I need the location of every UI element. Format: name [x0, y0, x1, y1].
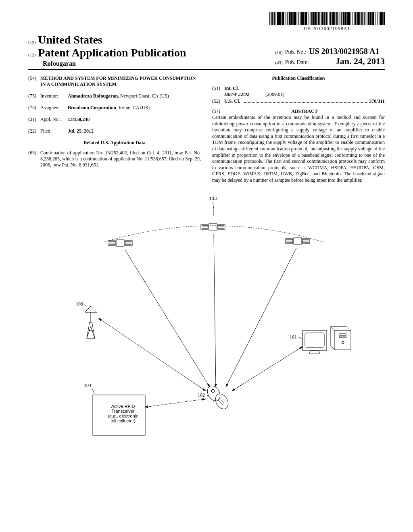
svg-line-18 — [214, 234, 216, 387]
code-63: (63) — [28, 150, 40, 168]
filed-label: Filed: — [40, 128, 68, 134]
inventor-name: Ahmadreza Rofougaran — [68, 93, 118, 99]
svg-rect-3 — [209, 224, 217, 230]
intcl-date: (2009.01) — [265, 91, 284, 97]
abstract-heading: ABSTRACT — [224, 108, 385, 114]
svg-rect-12 — [340, 334, 346, 335]
svg-rect-0 — [116, 240, 124, 246]
uscl-label: U.S. Cl. — [224, 98, 240, 104]
uscl-value: 370/311 — [369, 98, 385, 104]
classification-heading: Publication Classification — [212, 75, 385, 81]
filed-date: Jul. 25, 2012 — [68, 128, 94, 134]
flip-phone-icon — [205, 383, 231, 411]
code-12: (12) — [28, 52, 35, 57]
svg-rect-10 — [305, 333, 324, 347]
svg-rect-13 — [340, 336, 346, 338]
header: (19)United States (12)Patent Application… — [28, 33, 385, 70]
computer-tv-icon — [302, 326, 351, 354]
antenna-tower-icon — [85, 306, 97, 339]
ref-102: 102 — [198, 392, 205, 398]
barcode-number: US 20130021958A1 — [269, 26, 385, 32]
leader-dots — [244, 102, 367, 103]
assignee-location: , Irvine, CA (US) — [116, 105, 150, 110]
code-73: (73) — [28, 105, 40, 111]
assignee-label: Assignee: — [40, 105, 68, 111]
barcode-graphic — [269, 12, 385, 25]
assignee-name: Broadcom Corporation — [68, 105, 116, 110]
code-57: (57) — [212, 108, 224, 114]
patent-figure: 103 100 101 — [28, 193, 385, 451]
publication-number: US 2013/0021958 A1 — [309, 47, 379, 56]
rfid-box-text: Active RFID Transceiver (e.g., electroni… — [101, 404, 145, 423]
intcl-value: H04W 52/02 — [224, 91, 249, 97]
publication-type: Patent Application Publication — [38, 46, 186, 59]
ref-101: 101 — [290, 334, 297, 340]
satellite-icon — [108, 240, 132, 246]
related-application-text: Continuation of application No. 13/252,4… — [40, 150, 201, 168]
abstract-text: Certain embodiments of the invention may… — [212, 114, 385, 184]
invention-title: METHOD AND SYSTEM FOR MINIMIZING POWER C… — [40, 75, 201, 87]
code-21: (21) — [28, 116, 40, 123]
satellite-icon — [201, 224, 225, 230]
pubno-label: Pub. No.: — [285, 49, 307, 56]
header-author: Rofougaran — [43, 60, 186, 67]
svg-line-19 — [226, 248, 296, 387]
inventor-label: Inventor: — [40, 93, 68, 99]
barcode-area: US 20130021958A1 — [28, 12, 385, 32]
left-column: (54) METHOD AND SYSTEM FOR MINIMIZING PO… — [28, 75, 201, 184]
code-54: (54) — [28, 75, 40, 87]
right-column: Publication Classification (51) Int. Cl.… — [212, 75, 385, 184]
svg-line-17 — [125, 250, 210, 387]
code-22: (22) — [28, 128, 40, 134]
svg-point-16 — [211, 389, 215, 393]
intcl-label: Int. Cl. — [224, 85, 248, 91]
code-10: (10) — [275, 50, 282, 55]
ref-100: 100 — [76, 301, 83, 307]
code-52: (52) — [212, 98, 224, 104]
code-75: (75) — [28, 93, 40, 99]
svg-point-14 — [205, 383, 223, 403]
code-43: (43) — [275, 60, 282, 65]
satellite-icon — [286, 238, 310, 244]
code-51: (51) — [212, 85, 224, 91]
publication-date: Jan. 24, 2013 — [336, 56, 385, 66]
ref-103: 103 — [209, 195, 217, 201]
svg-point-11 — [342, 341, 344, 344]
related-data-heading: Related U.S. Application Data — [28, 140, 201, 146]
svg-point-15 — [213, 391, 231, 411]
svg-line-21 — [232, 347, 302, 391]
ref-104: 104 — [84, 382, 91, 388]
country: United States — [38, 33, 102, 46]
svg-line-22 — [145, 399, 206, 407]
pubdate-label: Pub. Date: — [285, 59, 309, 66]
inventor-location: , Newport Coast, CA (US) — [118, 93, 169, 99]
code-19: (19) — [28, 39, 35, 44]
appl-label: Appl. No.: — [40, 116, 68, 123]
application-number: 13/558,248 — [68, 116, 90, 122]
svg-rect-6 — [294, 238, 302, 244]
